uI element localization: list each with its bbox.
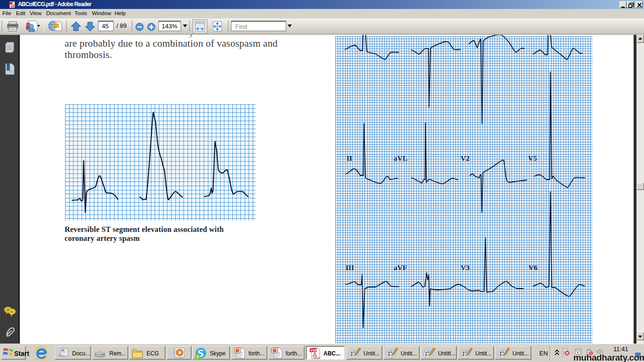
svg-text:aVF: aVF <box>394 263 407 272</box>
svg-text:III: III <box>346 263 354 272</box>
svg-text:Adobe: Adobe <box>314 356 321 359</box>
svg-text:V5: V5 <box>528 154 537 162</box>
svg-text:V3: V3 <box>461 263 470 272</box>
svg-text:II: II <box>347 154 352 162</box>
svg-text:aVL: aVL <box>394 154 407 162</box>
svg-text:V2: V2 <box>461 154 470 162</box>
svg-text:PDF: PDF <box>311 349 318 352</box>
svg-text:V6: V6 <box>528 263 537 272</box>
